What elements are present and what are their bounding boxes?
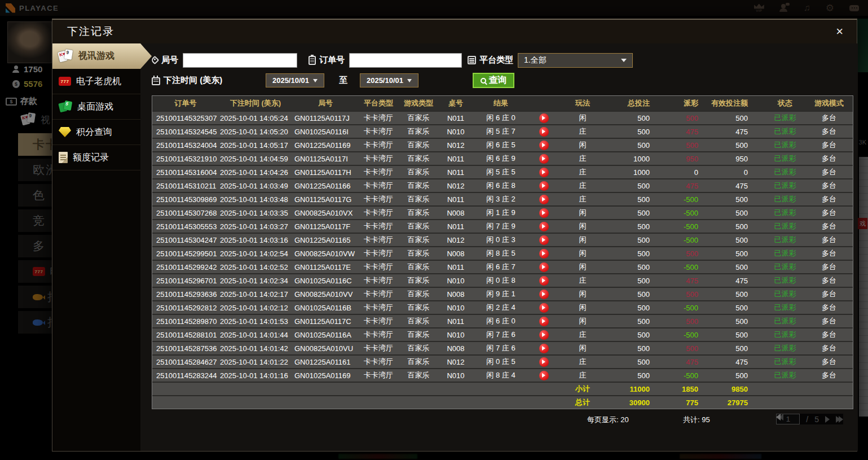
cell-bet: 闲 bbox=[558, 262, 607, 272]
play-video-button[interactable] bbox=[539, 249, 549, 259]
cell-valid: 500 bbox=[708, 236, 765, 244]
tab-slots[interactable]: 777电子老虎机 bbox=[52, 69, 140, 94]
play-cell bbox=[529, 181, 558, 191]
cell-round: GN01225A01166 bbox=[292, 182, 359, 190]
date-to-picker[interactable]: 2025/10/01 bbox=[360, 73, 418, 87]
cell-bet: 闲 bbox=[558, 289, 607, 299]
cell-game: 百家乐 bbox=[398, 235, 439, 245]
play-video-button[interactable] bbox=[539, 208, 549, 218]
cell-status: 已派彩 bbox=[765, 289, 805, 299]
play-video-button[interactable] bbox=[539, 195, 549, 204]
cell-table: N011 bbox=[439, 317, 473, 326]
play-video-button[interactable] bbox=[539, 276, 549, 286]
table-games-icon: 5 bbox=[59, 100, 72, 113]
cell-time: 2025-10-01 14:03:48 bbox=[219, 195, 292, 204]
play-video-button[interactable] bbox=[539, 113, 549, 123]
play-cell bbox=[529, 249, 558, 259]
tab-gem[interactable]: 积分查询 bbox=[52, 120, 140, 145]
cell-status: 已派彩 bbox=[765, 235, 805, 245]
cell-result: 闲 7 庄 6 bbox=[473, 330, 529, 340]
cell-mode: 多台 bbox=[805, 275, 853, 286]
table-row: 2510011452832442025-10-01 14:01:16GN0102… bbox=[152, 368, 853, 382]
cell-round: GN01125A0117F bbox=[292, 222, 359, 231]
cell-bet: 闲 bbox=[558, 343, 607, 353]
cell-time: 2025-10-01 14:03:35 bbox=[219, 209, 292, 217]
calendar-icon bbox=[152, 77, 160, 85]
cell-mode: 多台 bbox=[805, 194, 853, 204]
cell-valid: 500 bbox=[708, 290, 765, 299]
cell-table: N012 bbox=[439, 358, 473, 366]
play-video-button[interactable] bbox=[539, 357, 549, 367]
play-video-button[interactable] bbox=[539, 154, 549, 164]
cell-game: 百家乐 bbox=[398, 113, 439, 123]
cell-table: N010 bbox=[439, 277, 473, 285]
cell-game: 百家乐 bbox=[398, 303, 439, 313]
cell-platform: 卡卡湾厅 bbox=[359, 194, 398, 204]
cell-time: 2025-10-01 14:02:54 bbox=[219, 249, 292, 258]
cell-status: 已派彩 bbox=[765, 316, 805, 326]
cell-mode: 多台 bbox=[805, 248, 853, 259]
cell-status: 已派彩 bbox=[765, 303, 805, 313]
cell-valid: 475 bbox=[708, 182, 765, 190]
cell-platform: 卡卡湾厅 bbox=[359, 248, 398, 259]
play-video-button[interactable] bbox=[539, 303, 549, 313]
gem-icon bbox=[59, 127, 71, 137]
play-video-button[interactable] bbox=[539, 181, 549, 191]
play-video-button[interactable] bbox=[539, 290, 549, 299]
order-number-input[interactable] bbox=[349, 53, 462, 68]
cell-total: 500 bbox=[607, 290, 666, 299]
play-video-button[interactable] bbox=[539, 141, 549, 150]
platform-type-select[interactable]: 1.全部 bbox=[518, 53, 633, 68]
column-header: 局号 bbox=[292, 98, 359, 108]
cell-status: 已派彩 bbox=[765, 330, 805, 340]
cell-mode: 多台 bbox=[805, 154, 853, 164]
play-video-button[interactable] bbox=[539, 235, 549, 245]
play-video-button[interactable] bbox=[539, 344, 549, 353]
cell-order: 251001145293636 bbox=[152, 290, 219, 299]
close-icon[interactable]: × bbox=[836, 26, 843, 37]
cell-round: GN01125A0117H bbox=[292, 168, 359, 177]
tab-document[interactable]: 额度记录 bbox=[52, 145, 140, 170]
play-video-button[interactable] bbox=[539, 317, 549, 326]
subtotal-row-payout: 1850 bbox=[666, 385, 708, 393]
round-number-input[interactable] bbox=[183, 53, 297, 68]
cell-platform: 卡卡湾厅 bbox=[359, 113, 398, 123]
cell-bet: 庄 bbox=[558, 370, 607, 380]
cell-table: N012 bbox=[439, 236, 473, 244]
cell-time: 2025-10-01 14:01:16 bbox=[219, 371, 292, 380]
play-video-button[interactable] bbox=[539, 222, 549, 231]
date-range-to-label: 至 bbox=[339, 75, 347, 86]
prev-page-button[interactable] bbox=[776, 414, 843, 424]
cell-bet: 庄 bbox=[558, 181, 607, 191]
tab-label: 视讯游戏 bbox=[78, 50, 114, 62]
cell-status: 已派彩 bbox=[765, 194, 805, 204]
search-button[interactable]: 查询 bbox=[473, 73, 514, 88]
grand-total-row-payout: 775 bbox=[666, 398, 708, 407]
cell-payout: 950 bbox=[666, 155, 708, 163]
play-video-button[interactable] bbox=[539, 168, 549, 177]
cell-valid: 500 bbox=[708, 195, 765, 204]
modal-tab-list: K♥9视讯游戏777电子老虎机5桌面游戏积分查询额度记录 bbox=[52, 43, 140, 451]
cell-platform: 卡卡湾厅 bbox=[359, 289, 398, 299]
table-row: 2510011453219102025-10-01 14:04:59GN0112… bbox=[152, 151, 853, 165]
play-video-button[interactable] bbox=[539, 262, 549, 272]
play-video-button[interactable] bbox=[539, 371, 549, 380]
tab-table-games[interactable]: 5桌面游戏 bbox=[52, 94, 140, 120]
column-header: 游戏模式 bbox=[805, 98, 853, 108]
cell-result: 闲 6 庄 8 bbox=[473, 181, 529, 191]
table-body: 2510011453253072025-10-01 14:05:24GN0112… bbox=[152, 111, 853, 409]
cell-payout: -500 bbox=[666, 263, 708, 271]
slots-icon: 777 bbox=[59, 77, 71, 86]
play-cell bbox=[529, 141, 558, 150]
tab-cards[interactable]: K♥9视讯游戏 bbox=[52, 43, 152, 69]
search-icon bbox=[481, 78, 486, 84]
table-row: 2510011452875362025-10-01 14:01:42GN0082… bbox=[152, 341, 853, 354]
date-from-picker[interactable]: 2025/10/01 bbox=[266, 73, 324, 87]
cell-order: 251001145299501 bbox=[152, 249, 219, 258]
cell-status: 已派彩 bbox=[765, 343, 805, 353]
play-video-button[interactable] bbox=[539, 127, 549, 137]
cell-status: 已派彩 bbox=[765, 357, 805, 367]
cell-table: N008 bbox=[439, 290, 473, 299]
cell-time: 2025-10-01 14:05:24 bbox=[219, 114, 292, 122]
play-video-button[interactable] bbox=[539, 330, 549, 340]
